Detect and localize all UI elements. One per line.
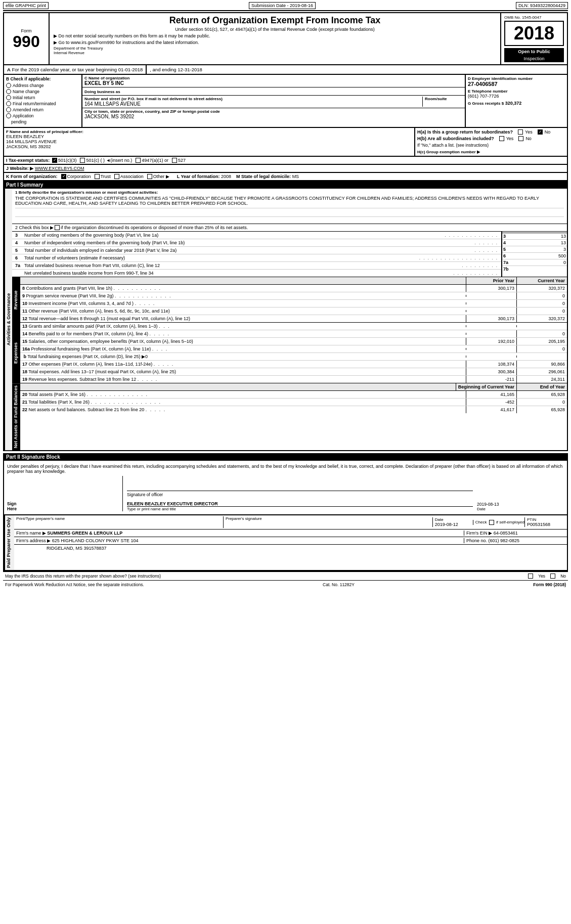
firm-phone-col: Phone no. (601) 982-0825 [464, 538, 565, 543]
footer-yes-check [528, 574, 533, 579]
ha-yes-label: Yes [525, 129, 533, 135]
prep-date-col: Date 2019-08-12 [432, 517, 473, 527]
net-assets-wrapper: Net Assets or Fund Balances Beginning of… [12, 383, 567, 450]
header-center: Return of Organization Exempt From Incom… [50, 13, 501, 64]
net20-current: 65,928 [516, 391, 567, 398]
phone-row: E Telephone number (601) 707-7726 [468, 89, 565, 99]
rev10-current: 0 [516, 300, 567, 307]
exp19-prior: -211 [466, 376, 516, 383]
line2-label: 2 Check this box ▶ [15, 225, 54, 230]
inspection-label: Inspection [504, 55, 564, 62]
footer-bottom: For Paperwork Work Reduction Act Notice,… [3, 580, 568, 589]
rev-header: Prior Year Current Year [20, 277, 567, 285]
address-value: 164 MILLSAPS AVENUE [84, 101, 422, 107]
l-value: 2008 [221, 174, 231, 179]
rev9-prior [466, 295, 516, 297]
lines-3-7-wrapper: 3 Number of voting members of the govern… [12, 232, 567, 277]
type-print-label: Type or print name and title [127, 507, 473, 511]
part1-content: Activities & Governance 1 Briefly descri… [3, 189, 568, 451]
ha-label: H(a) Is this a group return for subordin… [417, 129, 513, 135]
right-info: D Employer identification number 27-0406… [466, 75, 567, 127]
sig-label: Signature of officer [127, 492, 473, 497]
net-row21: 21 Total liabilities (Part X, line 26) .… [20, 399, 567, 406]
hb-no-item: No [517, 136, 532, 141]
rev-row11: 11 Other revenue (Part VIII, column (A),… [20, 307, 567, 315]
check-label-final: Final return/terminated [13, 101, 56, 106]
rev9-current: 0 [516, 292, 567, 299]
room-label: Room/suite [425, 97, 463, 101]
exp15-prior: 192,010 [466, 338, 516, 345]
exp13-current [516, 325, 567, 327]
header-right: OMB No. 1545-0047 2018 Open to Public In… [501, 13, 567, 64]
prep-sig-col: Preparer's signature [223, 516, 432, 528]
exp-row17: 17 Other expenses (Part IX, column (A), … [20, 361, 567, 368]
firm-phone-label: Phone no. [466, 538, 487, 543]
ha-yesno: Yes No [517, 129, 550, 135]
self-check [489, 520, 494, 525]
principal-section: F Name and address of principal officer:… [3, 128, 568, 157]
header-note2: ▶ Go to www.irs.gov/Form990 for instruct… [54, 40, 496, 45]
self-employed-label: if self-employed [496, 520, 524, 524]
ha-no-label: No [545, 129, 551, 135]
line4-row: 4 Number of independent voting members o… [12, 239, 501, 247]
paid-preparer-label: Paid Preparer Use Only [4, 515, 14, 570]
website-label: J Website: ▶ [6, 166, 33, 171]
section-a-ending: , and ending 12-31-2018 [150, 67, 202, 72]
rev-row9: 9 Program service revenue (Part VIII, li… [20, 292, 567, 300]
hb-yesno: Yes No [498, 136, 532, 141]
l-label: L Year of formation: [177, 174, 220, 179]
city-label: City or town, state or province, country… [84, 109, 463, 114]
ein-value: 27-0406587 [468, 81, 565, 87]
c527-check [172, 158, 177, 163]
check-initial-return: Initial return [6, 95, 79, 100]
address-label: Number and street (or P.O. box if mail i… [84, 97, 422, 101]
val4: 4 13 [502, 240, 567, 246]
prep-row4: RIDGELAND, MS 391578837 [14, 545, 567, 552]
header-note1: ▶ Do not enter social security numbers o… [54, 33, 496, 38]
net21-prior: -452 [466, 399, 516, 406]
footer-no-check [550, 574, 555, 579]
check-amended: Amended return [6, 107, 79, 112]
preparer-content: Print/Type preparer's name Preparer's si… [14, 515, 567, 570]
org-name-section: C Name of organization EXCEL BY 5 INC [82, 75, 465, 87]
rev11-current: 0 [516, 307, 567, 315]
prep-name-label: Print/Type preparer's name [16, 516, 223, 521]
hb-box: H(b) Are all subordinates included? Yes … [417, 136, 565, 141]
val3: 3 13 [502, 233, 567, 240]
hb-yes-item: Yes [498, 136, 514, 141]
end-header: End of Year [516, 383, 567, 390]
preparer-section: Paid Preparer Use Only Print/Type prepar… [3, 515, 568, 571]
rev-row8: 8 Contributions and grants (Part VIII, l… [20, 285, 567, 292]
hb-yes-label: Yes [506, 136, 514, 141]
dots-6: . . . . . . . . . . . . . . . . . . . [419, 256, 498, 260]
net22-prior: 41,617 [466, 406, 516, 413]
rev-row10: 10 Investment income (Part VIII, columns… [20, 300, 567, 307]
exp-row13: 13 Grants and similar amounts paid (Part… [20, 323, 567, 330]
hb-note: If "No," attach a list. (see instruction… [417, 143, 565, 148]
part1-header: Part I Summary [3, 181, 568, 189]
c4947-label: 4947(a)(1) or [142, 158, 168, 163]
net-header: Beginning of Current Year End of Year [20, 383, 567, 391]
check-circle-final [6, 101, 11, 106]
checks-label: B Check if applicable: [6, 76, 79, 81]
hb-no-check [518, 136, 523, 141]
net21-current: 0 [516, 399, 567, 406]
website-row: J Website: ▶ WWW.EXCELBY5.COM [3, 165, 568, 173]
current-year-header: Current Year [516, 277, 567, 284]
check-label-pending: pending [11, 119, 26, 124]
header-title: Return of Organization Exempt From Incom… [54, 15, 496, 26]
form-number: 990 [13, 33, 39, 50]
exp-row16b: b Total fundraising expenses (Part IX, c… [20, 353, 567, 361]
exp19-current: 24,311 [516, 376, 567, 383]
firm-ein-col: Firm's EIN ▶ 64-0853461 [464, 531, 565, 536]
rev-row12: 12 Total revenue—add lines 8 through 11 … [20, 315, 567, 323]
net-row22: 22 Net assets or fund balances. Subtract… [20, 406, 567, 413]
rev11-prior [466, 310, 516, 312]
k-assoc-label: Association [120, 174, 144, 179]
ha-no-item: No [537, 129, 551, 135]
check-label-name: Name change [13, 89, 39, 94]
firm-addr-val: 625 HIGHLAND COLONY PKWY STE 104 [52, 538, 139, 543]
section-a-right: , and ending 12-31-2018 [147, 65, 567, 74]
sig-declaration: Under penalties of perjury, I declare th… [7, 464, 564, 474]
prep-date-label: Date [435, 517, 473, 522]
